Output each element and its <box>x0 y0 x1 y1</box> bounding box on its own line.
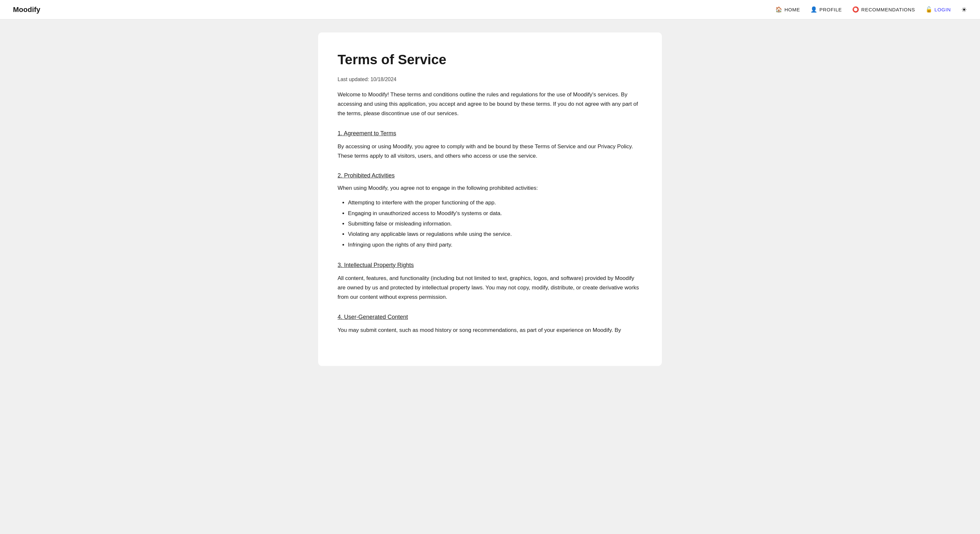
brand-logo[interactable]: Moodify <box>13 5 40 14</box>
section-2-text: When using Moodify, you agree not to eng… <box>337 183 643 193</box>
last-updated: Last updated: 10/18/2024 <box>337 77 643 83</box>
nav-links: 🏠 HOME 👤 PROFILE ⭕ RECOMMENDATIONS 🔓 LOG… <box>775 6 967 14</box>
section-4-text: You may submit content, such as mood his… <box>337 326 643 335</box>
nav-recommendations[interactable]: ⭕ RECOMMENDATIONS <box>852 6 915 13</box>
list-item: Infringing upon the rights of any third … <box>348 240 643 250</box>
intro-text: Welcome to Moodify! These terms and cond… <box>337 90 643 118</box>
home-icon: 🏠 <box>775 6 783 13</box>
list-item: Submitting false or misleading informati… <box>348 218 643 229</box>
nav-recommendations-label: RECOMMENDATIONS <box>861 7 915 12</box>
theme-toggle-button[interactable]: ☀ <box>961 6 967 14</box>
section-3-heading: 3. Intellectual Property Rights <box>337 262 643 269</box>
nav-login[interactable]: 🔓 LOGIN <box>926 6 951 13</box>
profile-icon: 👤 <box>810 6 818 13</box>
page-title: Terms of Service <box>337 52 643 67</box>
list-item: Attempting to interfere with the proper … <box>348 198 643 208</box>
list-item: Violating any applicable laws or regulat… <box>348 229 643 239</box>
list-item: Engaging in unauthorized access to Moodi… <box>348 208 643 218</box>
login-icon: 🔓 <box>926 6 933 13</box>
nav-login-label: LOGIN <box>935 7 951 12</box>
section-prohibited-activities: 2. Prohibited Activities When using Mood… <box>337 172 643 250</box>
recommendations-icon: ⭕ <box>852 6 859 13</box>
nav-home-label: HOME <box>784 7 800 12</box>
terms-card: Terms of Service Last updated: 10/18/202… <box>318 32 662 366</box>
section-4-heading: 4. User-Generated Content <box>337 314 643 320</box>
section-1-text: By accessing or using Moodify, you agree… <box>337 142 643 161</box>
main-content: Terms of Service Last updated: 10/18/202… <box>231 19 749 379</box>
section-1-heading: 1. Agreement to Terms <box>337 130 643 137</box>
section-2-heading: 2. Prohibited Activities <box>337 172 643 179</box>
nav-home[interactable]: 🏠 HOME <box>775 6 800 13</box>
section-user-generated-content: 4. User-Generated Content You may submit… <box>337 314 643 335</box>
nav-profile[interactable]: 👤 PROFILE <box>810 6 842 13</box>
section-3-text: All content, features, and functionality… <box>337 274 643 302</box>
prohibited-list: Attempting to interfere with the proper … <box>337 198 643 250</box>
section-intellectual-property: 3. Intellectual Property Rights All cont… <box>337 262 643 302</box>
section-agreement-to-terms: 1. Agreement to Terms By accessing or us… <box>337 130 643 161</box>
navbar: Moodify 🏠 HOME 👤 PROFILE ⭕ RECOMMENDATIO… <box>0 0 980 19</box>
nav-profile-label: PROFILE <box>819 7 842 12</box>
